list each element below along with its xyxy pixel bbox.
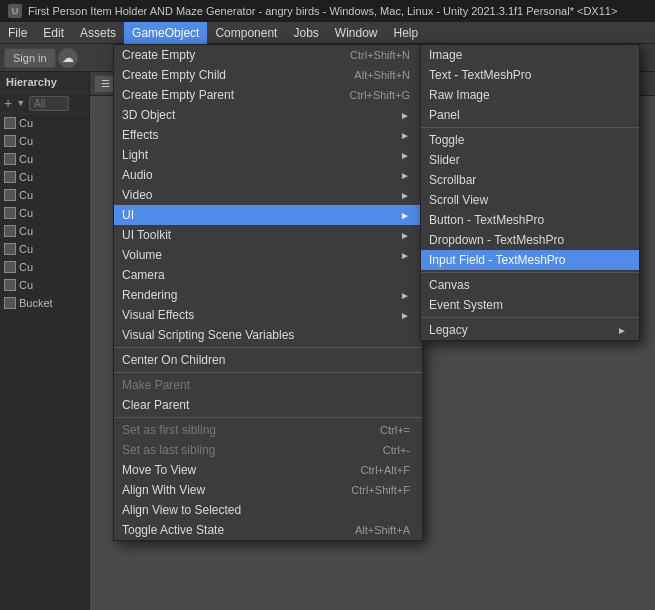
menu-volume[interactable]: Volume ► bbox=[114, 245, 422, 265]
menu-create-empty[interactable]: Create Empty Ctrl+Shift+N bbox=[114, 45, 422, 65]
ui-menu-legacy[interactable]: Legacy ► bbox=[421, 320, 639, 340]
slider-label: Slider bbox=[429, 153, 460, 167]
menu-ui-toolkit[interactable]: UI Toolkit ► bbox=[114, 225, 422, 245]
cube-icon bbox=[4, 135, 16, 147]
ui-separator-1 bbox=[421, 127, 639, 128]
list-item[interactable]: Cu bbox=[0, 168, 89, 186]
menu-help[interactable]: Help bbox=[386, 22, 427, 44]
menu-jobs[interactable]: Jobs bbox=[285, 22, 326, 44]
create-empty-child-shortcut: Alt+Shift+N bbox=[354, 69, 410, 81]
list-item[interactable]: Cu bbox=[0, 222, 89, 240]
list-item[interactable]: Cu bbox=[0, 276, 89, 294]
audio-arrow: ► bbox=[400, 170, 410, 181]
list-item[interactable]: Cu bbox=[0, 258, 89, 276]
ui-menu-dropdown-tmp[interactable]: Dropdown - TextMeshPro bbox=[421, 230, 639, 250]
menu-visual-effects[interactable]: Visual Effects ► bbox=[114, 305, 422, 325]
toggle-label: Toggle bbox=[429, 133, 464, 147]
ui-menu-panel[interactable]: Panel bbox=[421, 105, 639, 125]
sign-in-button[interactable]: Sign in bbox=[4, 48, 56, 68]
ui-menu-image[interactable]: Image bbox=[421, 45, 639, 65]
menu-file[interactable]: File bbox=[0, 22, 35, 44]
hierarchy-add-button[interactable]: + bbox=[4, 95, 12, 111]
menu-visual-scripting[interactable]: Visual Scripting Scene Variables bbox=[114, 325, 422, 345]
menu-make-parent[interactable]: Make Parent bbox=[114, 375, 422, 395]
move-to-view-label: Move To View bbox=[122, 463, 196, 477]
ui-menu-button-tmp[interactable]: Button - TextMeshPro bbox=[421, 210, 639, 230]
ui-menu-scroll-view[interactable]: Scroll View bbox=[421, 190, 639, 210]
ui-menu-raw-image[interactable]: Raw Image bbox=[421, 85, 639, 105]
menu-rendering[interactable]: Rendering ► bbox=[114, 285, 422, 305]
menu-center-on-children[interactable]: Center On Children bbox=[114, 350, 422, 370]
list-item[interactable]: Cu bbox=[0, 204, 89, 222]
ui-menu-scrollbar[interactable]: Scrollbar bbox=[421, 170, 639, 190]
separator-3 bbox=[114, 417, 422, 418]
menu-light[interactable]: Light ► bbox=[114, 145, 422, 165]
canvas-label: Canvas bbox=[429, 278, 470, 292]
button-tmp-label: Button - TextMeshPro bbox=[429, 213, 544, 227]
ui-menu-canvas[interactable]: Canvas bbox=[421, 275, 639, 295]
video-label: Video bbox=[122, 188, 152, 202]
menu-audio[interactable]: Audio ► bbox=[114, 165, 422, 185]
volume-label: Volume bbox=[122, 248, 162, 262]
menu-create-empty-parent[interactable]: Create Empty Parent Ctrl+Shift+G bbox=[114, 85, 422, 105]
account-icon[interactable]: ☁ bbox=[58, 48, 78, 68]
ui-arrow: ► bbox=[400, 210, 410, 221]
cube-icon bbox=[4, 171, 16, 183]
visual-effects-label: Visual Effects bbox=[122, 308, 194, 322]
effects-label: Effects bbox=[122, 128, 158, 142]
create-empty-parent-shortcut: Ctrl+Shift+G bbox=[349, 89, 410, 101]
menu-align-with-view[interactable]: Align With View Ctrl+Shift+F bbox=[114, 480, 422, 500]
list-item[interactable]: Cu bbox=[0, 186, 89, 204]
menu-move-to-view[interactable]: Move To View Ctrl+Alt+F bbox=[114, 460, 422, 480]
ui-toolkit-label: UI Toolkit bbox=[122, 228, 171, 242]
menu-toggle-active-state[interactable]: Toggle Active State Alt+Shift+A bbox=[114, 520, 422, 540]
list-item[interactable]: Bucket bbox=[0, 294, 89, 312]
hierarchy-header: Hierarchy bbox=[0, 72, 89, 93]
list-item[interactable]: Cu bbox=[0, 240, 89, 258]
list-item[interactable]: Cu bbox=[0, 114, 89, 132]
menu-gameobject[interactable]: GameObject bbox=[124, 22, 207, 44]
visual-effects-arrow: ► bbox=[400, 310, 410, 321]
menu-ui[interactable]: UI ► bbox=[114, 205, 422, 225]
menu-set-first-sibling[interactable]: Set as first sibling Ctrl+= bbox=[114, 420, 422, 440]
menu-edit[interactable]: Edit bbox=[35, 22, 72, 44]
align-view-to-selected-label: Align View to Selected bbox=[122, 503, 241, 517]
ui-menu-toggle[interactable]: Toggle bbox=[421, 130, 639, 150]
menu-video[interactable]: Video ► bbox=[114, 185, 422, 205]
hierarchy-title: Hierarchy bbox=[6, 76, 57, 88]
menu-align-view-to-selected[interactable]: Align View to Selected bbox=[114, 500, 422, 520]
menu-bar: File Edit Assets GameObject Component Jo… bbox=[0, 22, 655, 44]
cube-icon bbox=[4, 297, 16, 309]
3d-object-label: 3D Object bbox=[122, 108, 175, 122]
menu-window[interactable]: Window bbox=[327, 22, 386, 44]
menu-3d-object[interactable]: 3D Object ► bbox=[114, 105, 422, 125]
list-item[interactable]: Cu bbox=[0, 132, 89, 150]
input-field-tmp-label: Input Field - TextMeshPro bbox=[429, 253, 566, 267]
menu-camera[interactable]: Camera bbox=[114, 265, 422, 285]
3d-object-arrow: ► bbox=[400, 110, 410, 121]
menu-effects[interactable]: Effects ► bbox=[114, 125, 422, 145]
menu-set-last-sibling[interactable]: Set as last sibling Ctrl+- bbox=[114, 440, 422, 460]
create-empty-child-label: Create Empty Child bbox=[122, 68, 226, 82]
menu-component[interactable]: Component bbox=[207, 22, 285, 44]
ui-menu-input-field-tmp[interactable]: Input Field - TextMeshPro bbox=[421, 250, 639, 270]
move-to-view-shortcut: Ctrl+Alt+F bbox=[360, 464, 410, 476]
cube-icon bbox=[4, 153, 16, 165]
ui-menu-event-system[interactable]: Event System bbox=[421, 295, 639, 315]
list-item[interactable]: Cu bbox=[0, 150, 89, 168]
event-system-label: Event System bbox=[429, 298, 503, 312]
volume-arrow: ► bbox=[400, 250, 410, 261]
set-last-sibling-shortcut: Ctrl+- bbox=[383, 444, 410, 456]
ui-menu-slider[interactable]: Slider bbox=[421, 150, 639, 170]
set-first-sibling-label: Set as first sibling bbox=[122, 423, 216, 437]
hierarchy-search-input[interactable] bbox=[29, 96, 69, 111]
ui-label: UI bbox=[122, 208, 134, 222]
cube-icon bbox=[4, 243, 16, 255]
menu-clear-parent[interactable]: Clear Parent bbox=[114, 395, 422, 415]
menu-assets[interactable]: Assets bbox=[72, 22, 124, 44]
ui-separator-2 bbox=[421, 272, 639, 273]
ui-menu-text-tmp[interactable]: Text - TextMeshPro bbox=[421, 65, 639, 85]
title-bar: U First Person Item Holder AND Maze Gene… bbox=[0, 0, 655, 22]
make-parent-label: Make Parent bbox=[122, 378, 190, 392]
menu-create-empty-child[interactable]: Create Empty Child Alt+Shift+N bbox=[114, 65, 422, 85]
